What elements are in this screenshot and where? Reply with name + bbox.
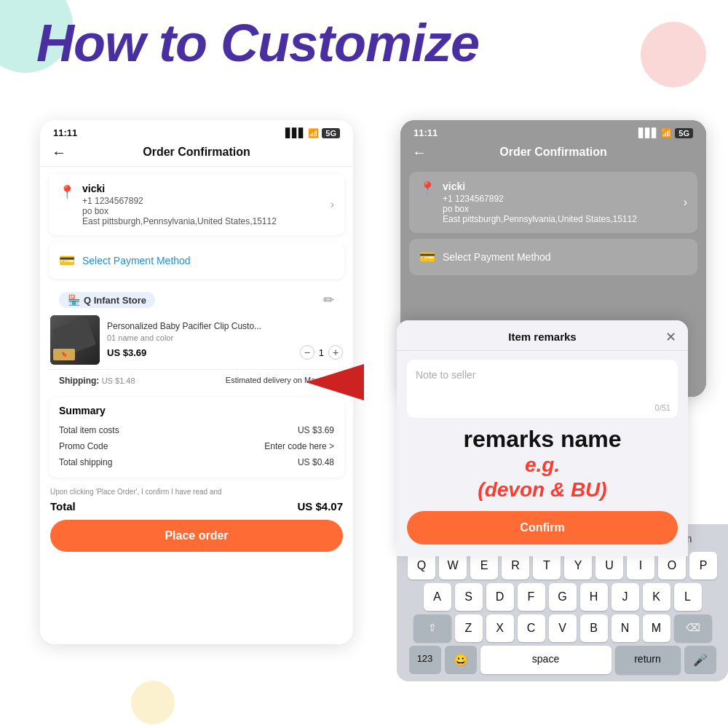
summary-row-items: Total item costs US $3.69 xyxy=(59,422,334,438)
store-icon: 🏪 xyxy=(68,294,80,306)
store-row: 🏪 Q Infant Store ✏ xyxy=(49,286,344,311)
battery-icon-right: 5G xyxy=(675,128,693,138)
place-order-button[interactable]: Place order xyxy=(50,520,343,552)
product-title: Personalized Baby Pacifier Clip Custo... xyxy=(107,320,343,333)
key-n[interactable]: N xyxy=(612,614,639,642)
total-shipping-label: Total shipping xyxy=(59,457,112,467)
payment-label-right: Select Payment Method xyxy=(443,251,551,263)
signal-icon: ▋▋▋ xyxy=(285,128,305,138)
remarks-input[interactable]: Note to seller xyxy=(416,369,475,381)
address-card-right[interactable]: 📍 vicki +1 1234567892 po box East pittsb… xyxy=(409,172,697,233)
product-info: Personalized Baby Pacifier Clip Custo...… xyxy=(107,320,343,360)
total-row: Total US $4.07 xyxy=(50,500,343,513)
summary-row-shipping: Total shipping US $0.48 xyxy=(59,454,334,470)
key-v[interactable]: V xyxy=(549,614,577,642)
key-globe[interactable]: 🎤 xyxy=(684,646,716,674)
key-i[interactable]: I xyxy=(627,552,654,579)
order-confirmation-header-left: ← Order Confirmation xyxy=(40,141,353,167)
remarks-eg-label: e.g. (devon & BU) xyxy=(397,453,688,502)
status-bar-right: 11:11 ▋▋▋ 📶 5G xyxy=(400,120,706,141)
svg-marker-0 xyxy=(306,364,364,400)
qty-minus-button[interactable]: − xyxy=(300,345,314,360)
back-arrow-left[interactable]: ← xyxy=(52,144,66,161)
remarks-counter: 0/51 xyxy=(655,403,670,412)
key-g[interactable]: G xyxy=(549,583,577,611)
edit-remarks-icon[interactable]: ✏ xyxy=(323,292,334,308)
remarks-close-button[interactable]: ✕ xyxy=(665,329,676,345)
key-f[interactable]: F xyxy=(518,583,545,611)
address-card-left[interactable]: 📍 vicki +1 1234567892 po box East pittsb… xyxy=(49,174,344,235)
key-x[interactable]: X xyxy=(486,614,514,642)
key-p[interactable]: P xyxy=(689,552,717,579)
summary-title: Summary xyxy=(59,405,334,416)
key-s[interactable]: S xyxy=(455,583,483,611)
key-u[interactable]: U xyxy=(596,552,623,579)
signal-icon-right: ▋▋▋ xyxy=(638,128,658,138)
shipping-row: Shipping: US $1.48 Estimated delivery on… xyxy=(49,369,344,392)
address-name: vicki xyxy=(82,183,323,194)
key-z[interactable]: Z xyxy=(455,614,483,642)
key-a[interactable]: A xyxy=(424,583,451,611)
payment-icon: 💳 xyxy=(59,253,75,269)
key-space[interactable]: space xyxy=(480,646,612,674)
key-r[interactable]: R xyxy=(502,552,529,579)
address-name-right: vicki xyxy=(443,181,676,192)
product-image: 🔖 xyxy=(50,315,100,365)
wifi-icon: 📶 xyxy=(308,128,319,138)
key-numbers[interactable]: 123 xyxy=(409,646,441,674)
back-arrow-right[interactable]: ← xyxy=(412,144,427,161)
total-label: Total xyxy=(50,500,76,513)
key-j[interactable]: J xyxy=(612,583,639,611)
location-icon-right: 📍 xyxy=(419,181,435,197)
payment-card-right[interactable]: 💳 Select Payment Method xyxy=(409,239,697,275)
status-icons-right: ▋▋▋ 📶 5G xyxy=(638,127,693,138)
key-t[interactable]: T xyxy=(533,552,561,579)
key-return[interactable]: return xyxy=(615,646,681,674)
order-confirmation-header-right: ← Order Confirmation xyxy=(400,141,706,166)
summary-section: Summary Total item costs US $3.69 Promo … xyxy=(49,397,344,478)
header-title-right: Order Confirmation xyxy=(499,146,607,159)
deco-circle-pink xyxy=(641,22,706,87)
address-chevron-right: › xyxy=(684,196,687,209)
shipping-amount: US $1.48 xyxy=(102,376,135,385)
status-time-right: 11:11 xyxy=(414,127,438,138)
payment-icon-right: 💳 xyxy=(419,249,435,265)
key-c[interactable]: C xyxy=(518,614,545,642)
address-phone: +1 1234567892 xyxy=(82,196,323,206)
key-o[interactable]: O xyxy=(658,552,686,579)
payment-card-left[interactable]: 💳 Select Payment Method xyxy=(49,242,344,279)
key-m[interactable]: M xyxy=(643,614,670,642)
confirm-button[interactable]: Confirm xyxy=(407,511,678,545)
summary-row-promo[interactable]: Promo Code Enter code here > xyxy=(59,438,334,454)
product-tag: 🔖 xyxy=(53,349,75,360)
key-q[interactable]: Q xyxy=(408,552,435,579)
key-d[interactable]: D xyxy=(486,583,514,611)
qty-plus-button[interactable]: + xyxy=(328,345,343,360)
shipping-label: Shipping: xyxy=(59,376,99,386)
key-shift[interactable]: ⇧ xyxy=(414,614,451,642)
key-b[interactable]: B xyxy=(580,614,608,642)
quantity-control: − 1 + xyxy=(300,345,343,360)
key-y[interactable]: Y xyxy=(564,552,592,579)
wifi-icon-right: 📶 xyxy=(661,128,672,138)
page-title: How to Customize xyxy=(36,13,479,73)
key-h[interactable]: H xyxy=(580,583,608,611)
keyboard-row-1: Q W E R T Y U I O P xyxy=(400,552,725,579)
key-w[interactable]: W xyxy=(439,552,467,579)
key-backspace[interactable]: ⌫ xyxy=(674,614,712,642)
remarks-input-container[interactable]: Note to seller 0/51 xyxy=(407,360,678,418)
product-variant: 01 name and color xyxy=(107,333,343,342)
key-k[interactable]: K xyxy=(643,583,670,611)
promo-label: Promo Code xyxy=(59,441,108,451)
status-time-left: 11:11 xyxy=(53,127,77,138)
payment-label-left: Select Payment Method xyxy=(82,255,191,266)
status-icons-left: ▋▋▋ 📶 5G xyxy=(285,128,340,138)
key-l[interactable]: L xyxy=(674,583,702,611)
total-items-label: Total item costs xyxy=(59,425,119,435)
address-line1: po box xyxy=(82,206,323,216)
product-thumbnail: 🔖 xyxy=(50,315,100,365)
key-emoji[interactable]: 😀 xyxy=(445,646,477,674)
address-line2-right: East pittsburgh,Pennsylvania,United Stat… xyxy=(443,214,676,224)
key-e[interactable]: E xyxy=(470,552,498,579)
header-title-left: Order Confirmation xyxy=(143,146,250,159)
